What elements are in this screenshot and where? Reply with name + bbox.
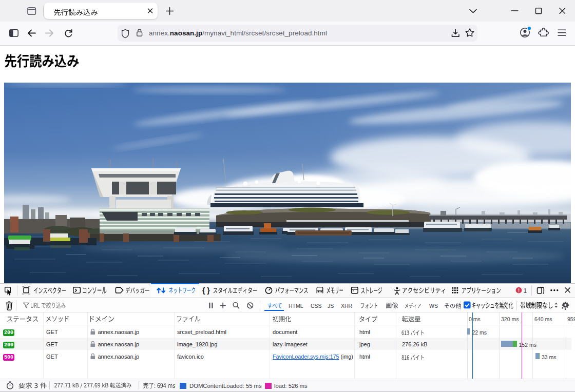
svg-text:{ }: { } bbox=[202, 286, 210, 295]
